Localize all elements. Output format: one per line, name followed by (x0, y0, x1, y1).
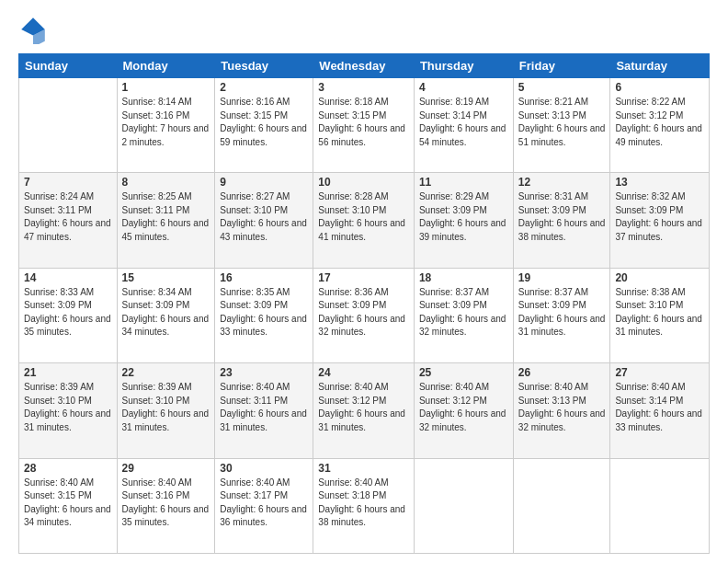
day-cell: 6Sunrise: 8:22 AMSunset: 3:12 PMDaylight… (610, 78, 710, 173)
col-header-wednesday: Wednesday (313, 54, 415, 78)
day-cell: 9Sunrise: 8:27 AMSunset: 3:10 PMDaylight… (215, 173, 313, 268)
day-cell: 20Sunrise: 8:38 AMSunset: 3:10 PMDayligh… (610, 268, 710, 362)
day-cell: 26Sunrise: 8:40 AMSunset: 3:13 PMDayligh… (513, 363, 610, 458)
day-info: Sunrise: 8:28 AMSunset: 3:10 PMDaylight:… (318, 190, 409, 244)
day-number: 29 (122, 462, 210, 475)
col-header-thursday: Thursday (414, 54, 513, 78)
day-cell (610, 458, 710, 553)
week-row-4: 21Sunrise: 8:39 AMSunset: 3:10 PMDayligh… (19, 363, 710, 458)
day-number: 6 (615, 81, 704, 94)
day-number: 14 (24, 271, 112, 284)
day-number: 22 (122, 366, 210, 379)
day-number: 18 (419, 271, 508, 284)
day-cell (19, 78, 118, 173)
day-cell: 22Sunrise: 8:39 AMSunset: 3:10 PMDayligh… (117, 363, 215, 458)
col-header-sunday: Sunday (19, 54, 118, 78)
day-info: Sunrise: 8:31 AMSunset: 3:09 PMDaylight:… (518, 190, 606, 244)
day-info: Sunrise: 8:37 AMSunset: 3:09 PMDaylight:… (419, 286, 508, 339)
day-info: Sunrise: 8:24 AMSunset: 3:11 PMDaylight:… (24, 190, 112, 244)
day-info: Sunrise: 8:39 AMSunset: 3:10 PMDaylight:… (24, 381, 112, 434)
day-number: 28 (24, 462, 112, 475)
day-number: 7 (24, 176, 112, 189)
day-number: 3 (318, 81, 409, 94)
day-cell: 17Sunrise: 8:36 AMSunset: 3:09 PMDayligh… (313, 268, 415, 362)
day-info: Sunrise: 8:40 AMSunset: 3:18 PMDaylight:… (318, 477, 409, 530)
day-cell: 19Sunrise: 8:37 AMSunset: 3:09 PMDayligh… (513, 268, 610, 362)
col-header-friday: Friday (513, 54, 610, 78)
day-cell: 18Sunrise: 8:37 AMSunset: 3:09 PMDayligh… (414, 268, 513, 362)
calendar-header-row: SundayMondayTuesdayWednesdayThursdayFrid… (19, 54, 710, 78)
day-number: 17 (318, 271, 409, 284)
day-number: 11 (419, 176, 508, 189)
day-cell: 25Sunrise: 8:40 AMSunset: 3:12 PMDayligh… (414, 363, 513, 458)
day-info: Sunrise: 8:40 AMSunset: 3:17 PMDaylight:… (220, 477, 308, 530)
day-number: 2 (220, 81, 308, 94)
col-header-saturday: Saturday (610, 54, 710, 78)
day-info: Sunrise: 8:40 AMSunset: 3:11 PMDaylight:… (220, 381, 308, 434)
day-number: 23 (220, 366, 308, 379)
day-cell: 3Sunrise: 8:18 AMSunset: 3:15 PMDaylight… (313, 78, 415, 173)
day-info: Sunrise: 8:18 AMSunset: 3:15 PMDaylight:… (318, 96, 409, 149)
day-info: Sunrise: 8:39 AMSunset: 3:10 PMDaylight:… (122, 381, 210, 434)
day-cell: 14Sunrise: 8:33 AMSunset: 3:09 PMDayligh… (19, 268, 118, 362)
day-info: Sunrise: 8:40 AMSunset: 3:14 PMDaylight:… (615, 381, 704, 434)
day-cell: 29Sunrise: 8:40 AMSunset: 3:16 PMDayligh… (117, 458, 215, 553)
day-number: 31 (318, 462, 409, 475)
day-number: 12 (518, 176, 606, 189)
day-cell: 4Sunrise: 8:19 AMSunset: 3:14 PMDaylight… (414, 78, 513, 173)
calendar-table: SundayMondayTuesdayWednesdayThursdayFrid… (18, 53, 710, 554)
day-number: 26 (518, 366, 606, 379)
week-row-2: 7Sunrise: 8:24 AMSunset: 3:11 PMDaylight… (19, 173, 710, 268)
day-info: Sunrise: 8:40 AMSunset: 3:12 PMDaylight:… (419, 381, 508, 434)
day-cell: 10Sunrise: 8:28 AMSunset: 3:10 PMDayligh… (313, 173, 415, 268)
day-info: Sunrise: 8:25 AMSunset: 3:11 PMDaylight:… (122, 190, 210, 244)
page: SundayMondayTuesdayWednesdayThursdayFrid… (0, 0, 728, 563)
day-info: Sunrise: 8:40 AMSunset: 3:16 PMDaylight:… (122, 477, 210, 530)
header (18, 15, 710, 44)
day-cell: 8Sunrise: 8:25 AMSunset: 3:11 PMDaylight… (117, 173, 215, 268)
day-info: Sunrise: 8:36 AMSunset: 3:09 PMDaylight:… (318, 286, 409, 339)
day-number: 15 (122, 271, 210, 284)
day-info: Sunrise: 8:35 AMSunset: 3:09 PMDaylight:… (220, 286, 308, 339)
day-number: 4 (419, 81, 508, 94)
day-info: Sunrise: 8:40 AMSunset: 3:15 PMDaylight:… (24, 477, 112, 530)
day-cell: 12Sunrise: 8:31 AMSunset: 3:09 PMDayligh… (513, 173, 610, 268)
day-cell: 27Sunrise: 8:40 AMSunset: 3:14 PMDayligh… (610, 363, 710, 458)
day-cell: 7Sunrise: 8:24 AMSunset: 3:11 PMDaylight… (19, 173, 118, 268)
day-cell: 21Sunrise: 8:39 AMSunset: 3:10 PMDayligh… (19, 363, 118, 458)
day-number: 8 (122, 176, 210, 189)
day-number: 9 (220, 176, 308, 189)
day-cell: 31Sunrise: 8:40 AMSunset: 3:18 PMDayligh… (313, 458, 415, 553)
day-cell (414, 458, 513, 553)
col-header-tuesday: Tuesday (215, 54, 313, 78)
day-info: Sunrise: 8:29 AMSunset: 3:09 PMDaylight:… (419, 190, 508, 244)
day-cell: 30Sunrise: 8:40 AMSunset: 3:17 PMDayligh… (215, 458, 313, 553)
day-info: Sunrise: 8:14 AMSunset: 3:16 PMDaylight:… (122, 96, 210, 149)
day-cell: 15Sunrise: 8:34 AMSunset: 3:09 PMDayligh… (117, 268, 215, 362)
day-number: 21 (24, 366, 112, 379)
day-number: 5 (518, 81, 606, 94)
day-info: Sunrise: 8:37 AMSunset: 3:09 PMDaylight:… (518, 286, 606, 339)
day-number: 20 (615, 271, 704, 284)
day-cell: 28Sunrise: 8:40 AMSunset: 3:15 PMDayligh… (19, 458, 118, 553)
logo (18, 15, 51, 44)
col-header-monday: Monday (117, 54, 215, 78)
day-number: 13 (615, 176, 704, 189)
week-row-1: 1Sunrise: 8:14 AMSunset: 3:16 PMDaylight… (19, 78, 710, 173)
day-info: Sunrise: 8:33 AMSunset: 3:09 PMDaylight:… (24, 286, 112, 339)
day-number: 16 (220, 271, 308, 284)
day-number: 1 (122, 81, 210, 94)
day-cell: 24Sunrise: 8:40 AMSunset: 3:12 PMDayligh… (313, 363, 415, 458)
day-number: 30 (220, 462, 308, 475)
day-info: Sunrise: 8:40 AMSunset: 3:12 PMDaylight:… (318, 381, 409, 434)
day-number: 19 (518, 271, 606, 284)
day-number: 24 (318, 366, 409, 379)
day-cell: 5Sunrise: 8:21 AMSunset: 3:13 PMDaylight… (513, 78, 610, 173)
day-cell (513, 458, 610, 553)
day-number: 27 (615, 366, 704, 379)
day-cell: 2Sunrise: 8:16 AMSunset: 3:15 PMDaylight… (215, 78, 313, 173)
day-cell: 1Sunrise: 8:14 AMSunset: 3:16 PMDaylight… (117, 78, 215, 173)
week-row-5: 28Sunrise: 8:40 AMSunset: 3:15 PMDayligh… (19, 458, 710, 553)
day-cell: 23Sunrise: 8:40 AMSunset: 3:11 PMDayligh… (215, 363, 313, 458)
day-info: Sunrise: 8:38 AMSunset: 3:10 PMDaylight:… (615, 286, 704, 339)
